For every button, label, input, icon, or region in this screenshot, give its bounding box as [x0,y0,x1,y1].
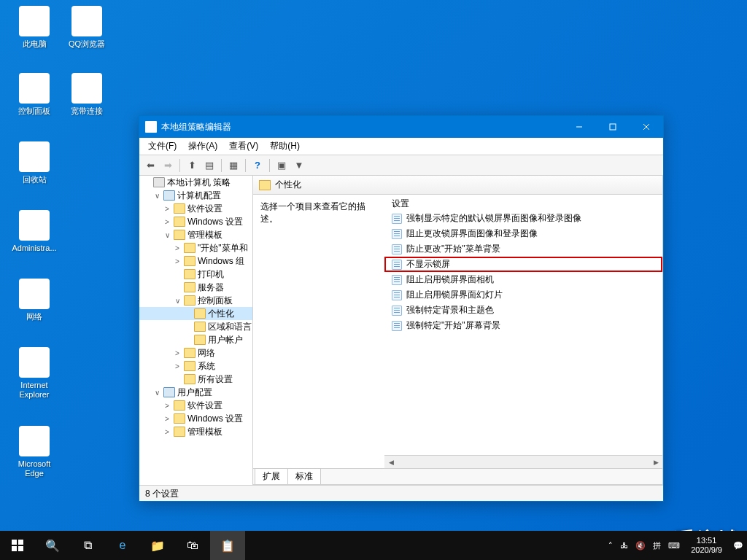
task-view-button[interactable]: ⧉ [70,531,105,560]
tree-item[interactable]: >软件设置 [139,202,252,215]
setting-item[interactable]: 阻止启用锁屏界面幻灯片 [384,287,662,303]
setting-item[interactable]: 防止更改"开始"菜单背景 [384,241,662,257]
search-button[interactable]: 🔍 [35,531,70,560]
folder-icon [184,282,196,292]
tab-standard[interactable]: 标准 [287,468,321,484]
setting-item[interactable]: 不显示锁屏 [384,257,662,272]
description-pane: 选择一个项目来查看它的描述。 [253,195,384,468]
forward-button[interactable]: ➡ [160,158,176,174]
tree-item[interactable]: >软件设置 [139,399,252,412]
menu-help[interactable]: 帮助(H) [264,138,306,155]
tree-toggle-icon[interactable]: > [173,349,182,357]
taskbar-edge[interactable]: e [105,531,140,560]
desktop-icon-network[interactable]: 网络 [9,279,60,322]
menu-file[interactable]: 文件(F) [142,138,182,155]
taskbar-gpedit[interactable]: 📋 [210,531,245,560]
desktop-icon-qq-browser[interactable]: QQ浏览器 [61,6,112,49]
properties-button[interactable]: ▦ [225,158,241,174]
desktop-icon-administrator[interactable]: Administra... [9,210,60,253]
menu-action[interactable]: 操作(A) [182,138,223,155]
funnel-button[interactable]: ▼ [291,158,307,174]
tree-toggle-icon[interactable]: > [173,257,182,265]
start-button[interactable] [0,531,35,560]
tree-toggle-icon[interactable]: ∨ [152,192,161,200]
setting-item[interactable]: 强制显示特定的默认锁屏界面图像和登录图像 [384,211,662,226]
tray-keyboard-icon[interactable]: ⌨ [665,541,684,551]
taskbar-clock[interactable]: 13:51 2020/9/9 [684,536,729,555]
svg-rect-6 [12,546,17,551]
maximize-button[interactable] [596,116,630,138]
tree-toggle-icon[interactable]: ∨ [152,389,161,397]
tree-item[interactable]: ∨控制面板 [139,294,252,307]
tray-volume-icon[interactable]: 🔇 [632,541,649,551]
tray-ime-icon[interactable]: 拼 [649,540,665,551]
desktop-icon-this-pc[interactable]: 此电脑 [9,6,60,49]
back-button[interactable]: ⬅ [142,158,158,174]
tree-toggle-icon[interactable]: > [163,218,171,226]
desktop-icon-ie[interactable]: InternetExplorer [9,347,60,400]
tree-toggle-icon[interactable]: > [173,244,182,252]
tree-item[interactable]: >系统 [139,359,252,373]
tree-item[interactable]: >Windows 设置 [139,215,252,228]
recycle-bin-icon [19,141,50,172]
tree-toggle-icon[interactable]: > [163,205,171,213]
tree-item[interactable]: 服务器 [139,281,252,294]
setting-label: 强制显示特定的默认锁屏界面图像和登录图像 [406,212,581,225]
setting-label: 阻止启用锁屏界面相机 [406,273,494,286]
tree-item-label: 软件设置 [187,400,222,412]
scroll-right-icon[interactable]: ▶ [649,456,662,468]
setting-item[interactable]: 强制特定"开始"屏幕背景 [384,318,662,333]
taskbar-explorer[interactable]: 📁 [140,531,175,560]
tree-item[interactable]: 区域和语言 [139,320,252,333]
help-button[interactable]: ? [249,158,266,174]
tree-toggle-icon[interactable]: > [163,415,171,423]
action-center-icon[interactable]: 💬 [729,541,747,551]
tree-toggle-icon[interactable]: > [173,362,182,370]
tree-item[interactable]: ∨计算机配置 [139,189,252,202]
up-button[interactable]: ⬆ [184,158,200,174]
tree-item[interactable]: 所有设置 [139,373,252,386]
tree-item[interactable]: >Windows 设置 [139,412,252,425]
desktop-icon-broadband[interactable]: 宽带连接 [61,73,112,116]
taskbar-store[interactable]: 🛍 [175,531,210,560]
filter-button[interactable]: ▣ [274,158,290,174]
tree-item[interactable]: ∨用户配置 [139,386,252,399]
tab-extended[interactable]: 扩展 [255,468,288,484]
tree-item[interactable]: 个性化 [139,307,252,320]
tray-network-icon[interactable]: 🖧 [616,541,632,550]
setting-item[interactable]: 阻止启用锁屏界面相机 [384,272,662,287]
close-button[interactable] [630,116,663,138]
horizontal-scrollbar[interactable]: ◀ ▶ [384,455,662,468]
tree-toggle-icon[interactable]: > [163,428,171,436]
tree-pane[interactable]: 本地计算机 策略∨计算机配置>软件设置>Windows 设置∨管理模板>"开始"… [139,176,253,485]
policy-icon [392,229,402,239]
tree-item[interactable]: 用户帐户 [139,333,252,346]
comp-icon [163,190,175,201]
tree-item[interactable]: >网络 [139,346,252,359]
setting-item[interactable]: 阻止更改锁屏界面图像和登录图像 [384,226,662,241]
titlebar[interactable]: 本地组策略编辑器 [139,116,663,138]
minimize-button[interactable] [562,116,596,138]
tree-toggle-icon[interactable]: > [163,402,171,410]
tree-item-label: 所有设置 [198,373,233,386]
tree-item[interactable]: 本地计算机 策略 [139,176,252,189]
scroll-left-icon[interactable]: ◀ [384,456,398,468]
tray-chevron-icon[interactable]: ˄ [605,541,616,551]
separator [245,159,246,172]
settings-column-header[interactable]: 设置 [384,195,662,211]
show-hide-tree-button[interactable]: ▤ [201,158,217,174]
tree-item[interactable]: >Windows 组 [139,254,252,268]
tree-item[interactable]: 打印机 [139,268,252,281]
desktop-icon-recycle-bin[interactable]: 回收站 [9,141,60,184]
tree-toggle-icon[interactable]: ∨ [163,231,171,239]
desktop-icon-control-panel[interactable]: 控制面板 [9,73,60,116]
desktop-icon-edge[interactable]: MicrosoftEdge [9,426,60,478]
tree-item[interactable]: ∨管理模板 [139,228,252,241]
tree-item[interactable]: >"开始"菜单和 [139,241,252,254]
setting-item[interactable]: 强制特定背景和主题色 [384,303,662,318]
tree-toggle-icon[interactable]: ∨ [173,297,182,305]
settings-pane: 设置 强制显示特定的默认锁屏界面图像和登录图像阻止更改锁屏界面图像和登录图像防止… [384,195,662,468]
menu-view[interactable]: 查看(V) [223,138,264,155]
tree-item[interactable]: >管理模板 [139,425,252,438]
tree-item-label: 服务器 [198,281,224,294]
